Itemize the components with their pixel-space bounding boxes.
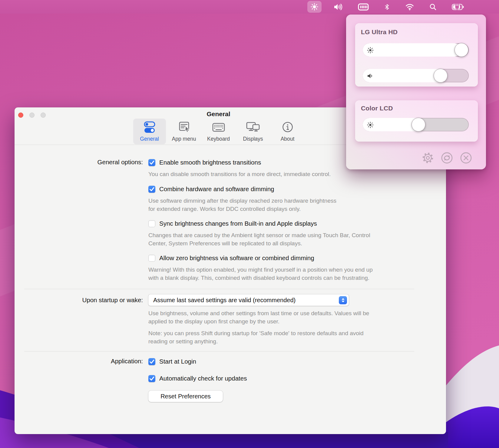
wifi-menu-icon[interactable] xyxy=(402,1,417,13)
brightness-slider-knob[interactable] xyxy=(411,118,425,132)
reset-preferences-button[interactable]: Reset Preferences xyxy=(148,391,223,402)
keyboard-brightness-menu-icon[interactable] xyxy=(355,1,372,13)
tab-app-menu[interactable]: App menu xyxy=(168,119,200,144)
about-info-icon xyxy=(281,121,294,135)
lcd-brightness-slider[interactable] xyxy=(363,118,469,131)
monitor-control-popover: LG Ultra HD xyxy=(346,15,486,169)
section-divider xyxy=(24,351,414,352)
zero-brightness-label: Allow zero brightness via software or co… xyxy=(159,254,314,262)
application-row-auto-update: Automatically check for updates xyxy=(15,374,446,383)
bluetooth-menu-icon[interactable] xyxy=(381,1,393,13)
display-name: LG Ultra HD xyxy=(361,28,398,36)
startup-dropdown[interactable]: Assume last saved settings are valid (re… xyxy=(148,294,349,306)
slider-fill xyxy=(363,69,440,82)
keyboard-icon xyxy=(211,121,226,135)
tab-displays-label: Displays xyxy=(243,136,263,142)
general-options-label: General options: xyxy=(15,159,143,166)
option-row-zero-brightness: Allow zero brightness via software or co… xyxy=(15,254,446,262)
sync-brightness-label: Sync brightness changes from Built-in an… xyxy=(159,220,317,227)
sync-brightness-checkbox[interactable] xyxy=(148,220,155,227)
volume-speaker-icon xyxy=(367,73,374,79)
combine-dimming-caption: Use software dimming after the display r… xyxy=(148,197,436,213)
dropdown-chevrons-icon xyxy=(339,296,347,304)
close-popover-icon[interactable] xyxy=(459,151,473,165)
refresh-icon[interactable] xyxy=(440,151,454,165)
combine-dimming-label: Combine hardware and software dimming xyxy=(159,185,274,193)
tab-general-label: General xyxy=(140,136,159,142)
option-row-sync-brightness: Sync brightness changes from Built-in an… xyxy=(15,219,446,228)
section-divider xyxy=(24,289,414,289)
tab-about[interactable]: About xyxy=(271,119,304,144)
sync-brightness-caption: Changes that are caused by the Ambient l… xyxy=(148,231,436,247)
tab-displays[interactable]: Displays xyxy=(237,119,269,144)
general-toggles-icon xyxy=(142,121,157,135)
brightness-slider-knob[interactable] xyxy=(454,43,468,57)
smooth-transitions-caption: You can disable smooth transitions for a… xyxy=(148,170,436,178)
menu-bar-status-icons xyxy=(307,0,468,14)
startup-dropdown-value: Assume last saved settings are valid (re… xyxy=(153,297,296,304)
display-card-lg-ultra-hd: LG Ultra HD xyxy=(355,23,478,87)
menu-bar xyxy=(0,0,499,14)
tab-keyboard-label: Keyboard xyxy=(207,136,230,142)
combine-dimming-checkbox[interactable] xyxy=(148,186,155,193)
startup-caption-1: Use brightness, volume and other setting… xyxy=(148,309,436,325)
brightness-sun-icon xyxy=(367,122,374,128)
display-name: Color LCD xyxy=(361,105,393,112)
option-row-combine-dimming: Combine hardware and software dimming xyxy=(15,185,446,193)
tab-app-menu-label: App menu xyxy=(172,136,196,142)
lg-volume-slider[interactable] xyxy=(363,69,469,82)
tab-about-label: About xyxy=(281,136,295,142)
tab-general[interactable]: General xyxy=(133,119,166,144)
slider-fill xyxy=(363,43,461,57)
smooth-transitions-label: Enable smooth brightness transitions xyxy=(159,159,261,166)
brightness-sun-icon xyxy=(367,47,374,54)
volume-menu-icon[interactable] xyxy=(331,1,346,13)
startup-caption-2: Note: you can press Shift during startup… xyxy=(148,329,436,345)
tab-keyboard[interactable]: Keyboard xyxy=(202,119,235,144)
auto-update-checkbox[interactable] xyxy=(148,375,155,382)
application-label: Application: xyxy=(15,358,143,365)
startup-row: Upon startup or wake: Assume last saved … xyxy=(15,294,446,306)
zero-brightness-caption: Warning! With this option enabled, you m… xyxy=(148,266,436,282)
settings-gear-icon[interactable] xyxy=(421,151,435,165)
search-menu-icon[interactable] xyxy=(426,1,440,13)
display-card-color-lcd: Color LCD xyxy=(355,100,478,142)
battery-charging-menu-icon[interactable] xyxy=(449,1,468,13)
smooth-transitions-checkbox[interactable] xyxy=(148,159,155,166)
displays-icon xyxy=(246,121,261,135)
volume-slider-knob[interactable] xyxy=(434,69,448,83)
startup-label: Upon startup or wake: xyxy=(15,296,143,304)
start-at-login-checkbox[interactable] xyxy=(148,358,155,365)
zero-brightness-checkbox[interactable] xyxy=(148,255,155,262)
lg-brightness-slider[interactable] xyxy=(363,43,469,57)
app-menu-icon xyxy=(177,121,191,135)
auto-update-label: Automatically check for updates xyxy=(159,375,247,382)
popover-footer xyxy=(421,151,478,165)
brightness-menu-icon[interactable] xyxy=(307,1,322,13)
start-at-login-label: Start at Login xyxy=(159,358,196,365)
application-row-start-login: Application: Start at Login xyxy=(15,357,446,366)
